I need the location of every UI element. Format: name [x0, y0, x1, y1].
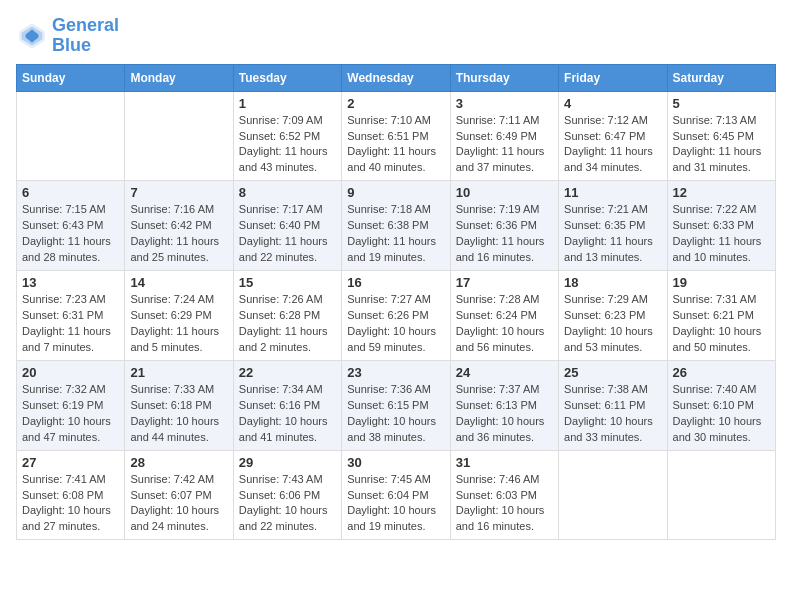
calendar-cell: 13Sunrise: 7:23 AM Sunset: 6:31 PM Dayli… [17, 271, 125, 361]
logo-text: General Blue [52, 16, 119, 56]
day-number: 21 [130, 365, 227, 380]
day-number: 20 [22, 365, 119, 380]
day-info: Sunrise: 7:09 AM Sunset: 6:52 PM Dayligh… [239, 113, 336, 177]
day-info: Sunrise: 7:19 AM Sunset: 6:36 PM Dayligh… [456, 202, 553, 266]
day-info: Sunrise: 7:26 AM Sunset: 6:28 PM Dayligh… [239, 292, 336, 356]
calendar-cell: 14Sunrise: 7:24 AM Sunset: 6:29 PM Dayli… [125, 271, 233, 361]
day-info: Sunrise: 7:36 AM Sunset: 6:15 PM Dayligh… [347, 382, 444, 446]
day-info: Sunrise: 7:10 AM Sunset: 6:51 PM Dayligh… [347, 113, 444, 177]
day-number: 7 [130, 185, 227, 200]
day-info: Sunrise: 7:29 AM Sunset: 6:23 PM Dayligh… [564, 292, 661, 356]
day-number: 9 [347, 185, 444, 200]
calendar-cell [125, 91, 233, 181]
day-info: Sunrise: 7:45 AM Sunset: 6:04 PM Dayligh… [347, 472, 444, 536]
calendar-cell: 24Sunrise: 7:37 AM Sunset: 6:13 PM Dayli… [450, 360, 558, 450]
page-header: General Blue [16, 16, 776, 56]
calendar-week-row: 20Sunrise: 7:32 AM Sunset: 6:19 PM Dayli… [17, 360, 776, 450]
weekday-header: Monday [125, 64, 233, 91]
calendar-cell: 1Sunrise: 7:09 AM Sunset: 6:52 PM Daylig… [233, 91, 341, 181]
calendar-cell: 9Sunrise: 7:18 AM Sunset: 6:38 PM Daylig… [342, 181, 450, 271]
day-info: Sunrise: 7:41 AM Sunset: 6:08 PM Dayligh… [22, 472, 119, 536]
day-number: 6 [22, 185, 119, 200]
day-number: 4 [564, 96, 661, 111]
calendar-cell: 23Sunrise: 7:36 AM Sunset: 6:15 PM Dayli… [342, 360, 450, 450]
day-info: Sunrise: 7:11 AM Sunset: 6:49 PM Dayligh… [456, 113, 553, 177]
weekday-header: Thursday [450, 64, 558, 91]
day-number: 13 [22, 275, 119, 290]
day-number: 22 [239, 365, 336, 380]
day-number: 14 [130, 275, 227, 290]
calendar-cell: 6Sunrise: 7:15 AM Sunset: 6:43 PM Daylig… [17, 181, 125, 271]
weekday-header: Saturday [667, 64, 775, 91]
calendar-cell: 15Sunrise: 7:26 AM Sunset: 6:28 PM Dayli… [233, 271, 341, 361]
calendar-week-row: 1Sunrise: 7:09 AM Sunset: 6:52 PM Daylig… [17, 91, 776, 181]
calendar-cell [559, 450, 667, 540]
day-number: 19 [673, 275, 770, 290]
day-info: Sunrise: 7:27 AM Sunset: 6:26 PM Dayligh… [347, 292, 444, 356]
day-number: 27 [22, 455, 119, 470]
calendar-cell: 16Sunrise: 7:27 AM Sunset: 6:26 PM Dayli… [342, 271, 450, 361]
calendar-cell: 17Sunrise: 7:28 AM Sunset: 6:24 PM Dayli… [450, 271, 558, 361]
day-info: Sunrise: 7:12 AM Sunset: 6:47 PM Dayligh… [564, 113, 661, 177]
day-info: Sunrise: 7:28 AM Sunset: 6:24 PM Dayligh… [456, 292, 553, 356]
calendar-header: SundayMondayTuesdayWednesdayThursdayFrid… [17, 64, 776, 91]
calendar-table: SundayMondayTuesdayWednesdayThursdayFrid… [16, 64, 776, 541]
weekday-header: Wednesday [342, 64, 450, 91]
day-number: 17 [456, 275, 553, 290]
day-number: 12 [673, 185, 770, 200]
day-number: 3 [456, 96, 553, 111]
day-number: 16 [347, 275, 444, 290]
calendar-cell: 20Sunrise: 7:32 AM Sunset: 6:19 PM Dayli… [17, 360, 125, 450]
day-number: 1 [239, 96, 336, 111]
day-info: Sunrise: 7:22 AM Sunset: 6:33 PM Dayligh… [673, 202, 770, 266]
calendar-cell: 26Sunrise: 7:40 AM Sunset: 6:10 PM Dayli… [667, 360, 775, 450]
calendar-cell: 5Sunrise: 7:13 AM Sunset: 6:45 PM Daylig… [667, 91, 775, 181]
calendar-cell: 21Sunrise: 7:33 AM Sunset: 6:18 PM Dayli… [125, 360, 233, 450]
calendar-cell: 12Sunrise: 7:22 AM Sunset: 6:33 PM Dayli… [667, 181, 775, 271]
day-info: Sunrise: 7:17 AM Sunset: 6:40 PM Dayligh… [239, 202, 336, 266]
calendar-week-row: 27Sunrise: 7:41 AM Sunset: 6:08 PM Dayli… [17, 450, 776, 540]
day-number: 29 [239, 455, 336, 470]
calendar-cell: 2Sunrise: 7:10 AM Sunset: 6:51 PM Daylig… [342, 91, 450, 181]
day-info: Sunrise: 7:31 AM Sunset: 6:21 PM Dayligh… [673, 292, 770, 356]
day-info: Sunrise: 7:23 AM Sunset: 6:31 PM Dayligh… [22, 292, 119, 356]
calendar-cell [667, 450, 775, 540]
logo: General Blue [16, 16, 119, 56]
calendar-week-row: 13Sunrise: 7:23 AM Sunset: 6:31 PM Dayli… [17, 271, 776, 361]
calendar-week-row: 6Sunrise: 7:15 AM Sunset: 6:43 PM Daylig… [17, 181, 776, 271]
calendar-cell [17, 91, 125, 181]
day-number: 26 [673, 365, 770, 380]
calendar-cell: 25Sunrise: 7:38 AM Sunset: 6:11 PM Dayli… [559, 360, 667, 450]
calendar-cell: 31Sunrise: 7:46 AM Sunset: 6:03 PM Dayli… [450, 450, 558, 540]
logo-icon [16, 20, 48, 52]
day-number: 2 [347, 96, 444, 111]
day-number: 5 [673, 96, 770, 111]
day-info: Sunrise: 7:38 AM Sunset: 6:11 PM Dayligh… [564, 382, 661, 446]
calendar-cell: 3Sunrise: 7:11 AM Sunset: 6:49 PM Daylig… [450, 91, 558, 181]
day-info: Sunrise: 7:32 AM Sunset: 6:19 PM Dayligh… [22, 382, 119, 446]
day-number: 25 [564, 365, 661, 380]
day-number: 11 [564, 185, 661, 200]
weekday-header: Tuesday [233, 64, 341, 91]
calendar-cell: 18Sunrise: 7:29 AM Sunset: 6:23 PM Dayli… [559, 271, 667, 361]
day-info: Sunrise: 7:42 AM Sunset: 6:07 PM Dayligh… [130, 472, 227, 536]
day-info: Sunrise: 7:21 AM Sunset: 6:35 PM Dayligh… [564, 202, 661, 266]
calendar-cell: 30Sunrise: 7:45 AM Sunset: 6:04 PM Dayli… [342, 450, 450, 540]
day-number: 24 [456, 365, 553, 380]
calendar-cell: 19Sunrise: 7:31 AM Sunset: 6:21 PM Dayli… [667, 271, 775, 361]
day-info: Sunrise: 7:24 AM Sunset: 6:29 PM Dayligh… [130, 292, 227, 356]
day-number: 8 [239, 185, 336, 200]
day-number: 30 [347, 455, 444, 470]
calendar-cell: 27Sunrise: 7:41 AM Sunset: 6:08 PM Dayli… [17, 450, 125, 540]
day-info: Sunrise: 7:37 AM Sunset: 6:13 PM Dayligh… [456, 382, 553, 446]
day-info: Sunrise: 7:33 AM Sunset: 6:18 PM Dayligh… [130, 382, 227, 446]
calendar-cell: 4Sunrise: 7:12 AM Sunset: 6:47 PM Daylig… [559, 91, 667, 181]
day-number: 31 [456, 455, 553, 470]
calendar-cell: 10Sunrise: 7:19 AM Sunset: 6:36 PM Dayli… [450, 181, 558, 271]
day-info: Sunrise: 7:40 AM Sunset: 6:10 PM Dayligh… [673, 382, 770, 446]
day-info: Sunrise: 7:46 AM Sunset: 6:03 PM Dayligh… [456, 472, 553, 536]
day-info: Sunrise: 7:13 AM Sunset: 6:45 PM Dayligh… [673, 113, 770, 177]
day-info: Sunrise: 7:34 AM Sunset: 6:16 PM Dayligh… [239, 382, 336, 446]
calendar-cell: 22Sunrise: 7:34 AM Sunset: 6:16 PM Dayli… [233, 360, 341, 450]
day-info: Sunrise: 7:15 AM Sunset: 6:43 PM Dayligh… [22, 202, 119, 266]
